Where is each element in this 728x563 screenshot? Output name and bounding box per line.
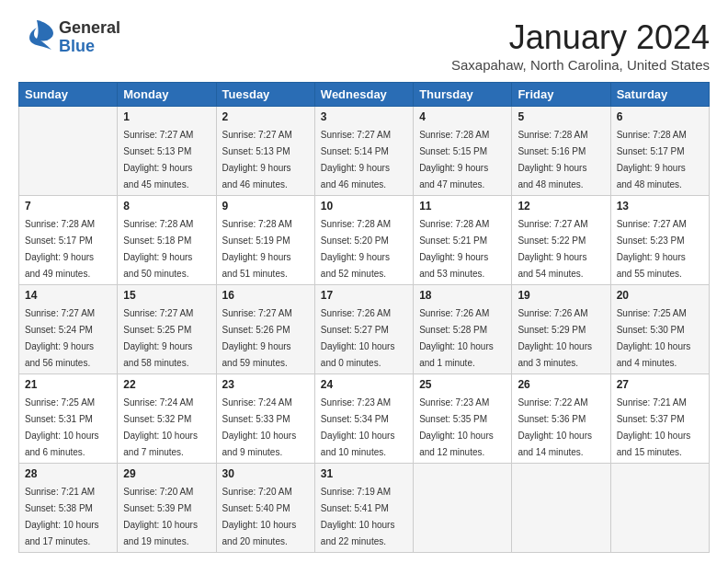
table-row: 29 Sunrise: 7:20 AM Sunset: 5:39 PM Dayl…: [118, 464, 216, 553]
day-sunrise: Sunrise: 7:24 AM: [222, 397, 292, 408]
day-sunset: Sunset: 5:39 PM: [123, 503, 191, 513]
table-row: 14 Sunrise: 7:27 AM Sunset: 5:24 PM Dayl…: [19, 285, 118, 374]
day-sunrise: Sunrise: 7:27 AM: [123, 308, 193, 318]
header-saturday: Saturday: [610, 83, 709, 107]
day-number: 15: [123, 289, 210, 302]
day-daylight: Daylight: 9 hours and 50 minutes.: [123, 252, 192, 279]
day-daylight: Daylight: 10 hours and 7 minutes.: [123, 431, 198, 457]
table-row: 12 Sunrise: 7:27 AM Sunset: 5:22 PM Dayl…: [512, 196, 610, 285]
header-monday: Monday: [118, 83, 216, 107]
day-sunrise: Sunrise: 7:25 AM: [617, 308, 687, 318]
day-number: 26: [518, 378, 604, 391]
table-row: 28 Sunrise: 7:21 AM Sunset: 5:38 PM Dayl…: [19, 464, 118, 553]
table-row: 18 Sunrise: 7:26 AM Sunset: 5:28 PM Dayl…: [414, 285, 512, 374]
day-sunrise: Sunrise: 7:27 AM: [321, 130, 391, 140]
table-row: 19 Sunrise: 7:26 AM Sunset: 5:29 PM Dayl…: [512, 285, 610, 374]
day-sunset: Sunset: 5:25 PM: [123, 325, 191, 335]
day-sunrise: Sunrise: 7:28 AM: [321, 219, 391, 229]
day-sunrise: Sunrise: 7:23 AM: [419, 397, 489, 408]
day-number: 20: [617, 289, 703, 302]
page-header: General Blue January 2024 Saxapahaw, Nor…: [18, 18, 710, 73]
day-sunset: Sunset: 5:33 PM: [222, 414, 290, 424]
table-row: 3 Sunrise: 7:27 AM Sunset: 5:14 PM Dayli…: [314, 107, 413, 196]
day-daylight: Daylight: 9 hours and 47 minutes.: [419, 163, 488, 190]
day-daylight: Daylight: 10 hours and 20 minutes.: [222, 520, 297, 546]
day-number: 23: [222, 378, 309, 391]
logo: General Blue: [18, 18, 120, 56]
calendar-week-row: 28 Sunrise: 7:21 AM Sunset: 5:38 PM Dayl…: [19, 464, 710, 553]
day-daylight: Daylight: 10 hours and 15 minutes.: [617, 431, 691, 457]
table-row: 30 Sunrise: 7:20 AM Sunset: 5:40 PM Dayl…: [216, 464, 314, 553]
day-sunset: Sunset: 5:17 PM: [25, 236, 93, 246]
day-number: 2: [222, 110, 309, 123]
table-row: 17 Sunrise: 7:26 AM Sunset: 5:27 PM Dayl…: [314, 285, 413, 374]
day-sunrise: Sunrise: 7:27 AM: [25, 308, 95, 318]
day-number: 21: [25, 378, 111, 391]
table-row: 9 Sunrise: 7:28 AM Sunset: 5:19 PM Dayli…: [216, 196, 314, 285]
day-number: 8: [123, 200, 210, 213]
day-sunrise: Sunrise: 7:28 AM: [222, 219, 292, 229]
weekday-header-row: Sunday Monday Tuesday Wednesday Thursday…: [19, 83, 710, 107]
day-daylight: Daylight: 9 hours and 53 minutes.: [419, 252, 488, 279]
day-number: 4: [419, 110, 506, 123]
day-daylight: Daylight: 9 hours and 46 minutes.: [321, 163, 390, 190]
table-row: 1 Sunrise: 7:27 AM Sunset: 5:13 PM Dayli…: [118, 107, 216, 196]
day-number: 29: [123, 467, 210, 480]
day-number: 13: [617, 200, 703, 213]
day-sunset: Sunset: 5:15 PM: [419, 146, 487, 156]
logo-general-text: General: [59, 19, 120, 38]
day-daylight: Daylight: 9 hours and 52 minutes.: [321, 252, 390, 279]
table-row: 26 Sunrise: 7:22 AM Sunset: 5:36 PM Dayl…: [512, 374, 610, 464]
table-row: 15 Sunrise: 7:27 AM Sunset: 5:25 PM Dayl…: [118, 285, 216, 374]
table-row: 20 Sunrise: 7:25 AM Sunset: 5:30 PM Dayl…: [610, 285, 709, 374]
table-row: 27 Sunrise: 7:21 AM Sunset: 5:37 PM Dayl…: [610, 374, 709, 464]
day-sunrise: Sunrise: 7:21 AM: [25, 487, 95, 497]
day-sunset: Sunset: 5:30 PM: [617, 325, 685, 335]
header-sunday: Sunday: [19, 83, 118, 107]
table-row: 8 Sunrise: 7:28 AM Sunset: 5:18 PM Dayli…: [118, 196, 216, 285]
day-sunrise: Sunrise: 7:26 AM: [321, 308, 391, 318]
day-sunset: Sunset: 5:31 PM: [25, 414, 93, 424]
table-row: 11 Sunrise: 7:28 AM Sunset: 5:21 PM Dayl…: [414, 196, 512, 285]
calendar-week-row: 14 Sunrise: 7:27 AM Sunset: 5:24 PM Dayl…: [19, 285, 710, 374]
day-number: 30: [222, 467, 309, 480]
day-sunset: Sunset: 5:23 PM: [617, 236, 685, 246]
day-daylight: Daylight: 9 hours and 54 minutes.: [518, 252, 586, 279]
logo-icon: [18, 18, 55, 56]
table-row: 10 Sunrise: 7:28 AM Sunset: 5:20 PM Dayl…: [314, 196, 413, 285]
day-sunrise: Sunrise: 7:20 AM: [123, 487, 193, 497]
day-sunrise: Sunrise: 7:28 AM: [518, 130, 587, 140]
day-sunrise: Sunrise: 7:21 AM: [617, 397, 687, 408]
day-sunrise: Sunrise: 7:26 AM: [419, 308, 489, 318]
day-sunset: Sunset: 5:32 PM: [123, 414, 191, 424]
table-row: 25 Sunrise: 7:23 AM Sunset: 5:35 PM Dayl…: [414, 374, 512, 464]
day-sunrise: Sunrise: 7:19 AM: [321, 487, 391, 497]
day-daylight: Daylight: 9 hours and 49 minutes.: [25, 252, 94, 279]
day-sunset: Sunset: 5:18 PM: [123, 236, 191, 246]
day-sunrise: Sunrise: 7:20 AM: [222, 487, 292, 497]
calendar-week-row: 7 Sunrise: 7:28 AM Sunset: 5:17 PM Dayli…: [19, 196, 710, 285]
day-sunset: Sunset: 5:17 PM: [617, 146, 685, 156]
day-daylight: Daylight: 9 hours and 51 minutes.: [222, 252, 291, 279]
location-subtitle: Saxapahaw, North Carolina, United States: [451, 57, 710, 73]
header-friday: Friday: [512, 83, 610, 107]
day-sunset: Sunset: 5:19 PM: [222, 236, 290, 246]
day-sunrise: Sunrise: 7:28 AM: [617, 130, 687, 140]
header-thursday: Thursday: [414, 83, 512, 107]
day-number: 27: [617, 378, 703, 391]
day-number: 16: [222, 289, 309, 302]
day-number: 31: [321, 467, 407, 480]
table-row: 2 Sunrise: 7:27 AM Sunset: 5:13 PM Dayli…: [216, 107, 314, 196]
day-sunset: Sunset: 5:20 PM: [321, 236, 389, 246]
table-row: 22 Sunrise: 7:24 AM Sunset: 5:32 PM Dayl…: [118, 374, 216, 464]
day-daylight: Daylight: 10 hours and 1 minute.: [419, 341, 494, 368]
day-sunrise: Sunrise: 7:27 AM: [222, 130, 292, 140]
day-sunset: Sunset: 5:22 PM: [518, 236, 586, 246]
day-daylight: Daylight: 9 hours and 59 minutes.: [222, 341, 291, 368]
day-daylight: Daylight: 10 hours and 17 minutes.: [25, 520, 99, 546]
day-sunrise: Sunrise: 7:27 AM: [222, 308, 292, 318]
day-daylight: Daylight: 10 hours and 9 minutes.: [222, 431, 297, 457]
day-number: 6: [617, 110, 703, 123]
day-sunrise: Sunrise: 7:28 AM: [419, 219, 489, 229]
day-sunset: Sunset: 5:24 PM: [25, 325, 93, 335]
